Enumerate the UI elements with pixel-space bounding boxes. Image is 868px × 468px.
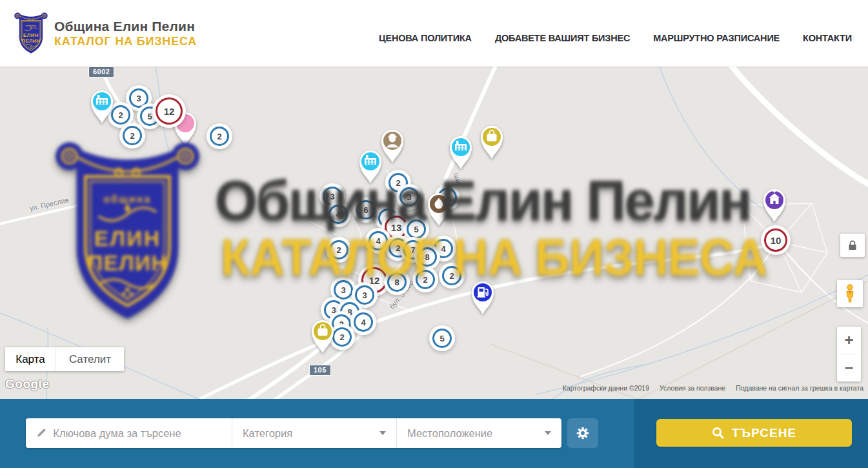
search-icon	[712, 427, 724, 439]
header: Община Елин Пелин КАТАЛОГ НА БИЗНЕСА ЦЕН…	[0, 0, 868, 66]
logo-text: Община Елин Пелин КАТАЛОГ НА БИЗНЕСА	[54, 19, 197, 48]
google-logo[interactable]: Google	[5, 377, 49, 391]
site-subtitle: КАТАЛОГ НА БИЗНЕСА	[54, 35, 197, 48]
cluster-marker[interactable]: 3	[323, 187, 342, 206]
map-attribution: Картографски данни ©2019 Условия за полз…	[563, 384, 863, 392]
category-pin-flame[interactable]	[425, 190, 453, 227]
zoom-out-button[interactable]: −	[837, 354, 861, 382]
category-pin-bag[interactable]	[308, 317, 337, 354]
cluster-marker[interactable]: 8	[418, 247, 437, 267]
cluster-marker[interactable]: 5	[407, 219, 426, 239]
chevron-down-icon	[545, 431, 551, 435]
zoom-in-button[interactable]: +	[837, 327, 861, 354]
category-dropdown[interactable]: Категория	[232, 418, 397, 448]
map-data-copyright: Картографски данни ©2019	[563, 384, 649, 392]
category-pin-factory[interactable]	[88, 87, 116, 125]
cluster-marker[interactable]: 2	[210, 127, 229, 146]
pencil-icon	[36, 427, 46, 439]
lock-icon	[848, 240, 857, 250]
streetview-lock-button[interactable]	[840, 234, 865, 257]
cluster-marker[interactable]: 3	[399, 187, 419, 207]
terms-link[interactable]: Условия за ползване	[660, 384, 725, 392]
pegman-button[interactable]	[837, 280, 863, 307]
keyword-input[interactable]	[53, 427, 221, 440]
cluster-marker[interactable]: 3	[355, 285, 374, 305]
cluster-marker[interactable]: 2	[442, 266, 461, 285]
cluster-marker[interactable]: 2	[329, 240, 348, 259]
category-pin-church[interactable]	[760, 186, 789, 223]
gear-icon	[576, 426, 590, 440]
road-number-badge: 105	[309, 365, 331, 376]
location-dropdown[interactable]: Местоположение	[397, 418, 561, 448]
cluster-marker[interactable]: 3	[334, 280, 353, 300]
pegman-icon	[842, 284, 858, 303]
nav-add-business[interactable]: ДОБАВЕТЕ ВАШИЯТ БИЗНЕС	[495, 33, 630, 43]
map-type-map-button[interactable]: Карта	[5, 347, 56, 371]
map-type-satellite-button[interactable]: Сателит	[56, 347, 124, 371]
map-type-switch: Карта Сателит	[5, 347, 124, 371]
cluster-marker[interactable]: 3	[129, 88, 148, 108]
keyword-field[interactable]	[26, 418, 232, 448]
search-bar: Категория Местоположение	[0, 399, 868, 468]
search-button-label: ТЪРСЕНЕ	[732, 426, 796, 440]
search-button[interactable]: ТЪРСЕНЕ	[656, 419, 852, 447]
cluster-marker[interactable]: 6	[356, 200, 376, 219]
cluster-marker[interactable]: 8	[387, 272, 407, 292]
category-pin-factory[interactable]	[356, 147, 385, 185]
zoom-control: + −	[837, 327, 861, 382]
category-pin-factory[interactable]	[447, 133, 475, 170]
category-dropdown-label: Категория	[243, 427, 292, 440]
nav-route-schedule[interactable]: МАРШРУТНО РАЗПИСАНИЕ	[653, 33, 780, 43]
cluster-marker[interactable]: 5	[432, 329, 452, 348]
cluster-marker[interactable]: 4	[328, 205, 348, 224]
road-number-badge: 6002	[88, 66, 114, 77]
cluster-marker[interactable]: 4	[354, 312, 373, 332]
advanced-settings-button[interactable]	[567, 418, 598, 448]
municipality-crest-icon	[14, 8, 48, 59]
site-logo[interactable]: Община Елин Пелин КАТАЛОГ НА БИЗНЕСА	[14, 8, 197, 59]
nav-contacts[interactable]: КОНТАКТИ	[803, 33, 852, 43]
page: Община Елин Пелин КАТАЛОГ НА БИЗНЕСА ЦЕН…	[0, 0, 868, 468]
google-map[interactable]: ул. Преславбул. „Новоселции 6002105	[0, 66, 868, 399]
filter-bar: Категория Местоположение	[26, 418, 561, 448]
site-title: Община Елин Пелин	[54, 19, 197, 34]
cluster-marker[interactable]: 2	[416, 270, 435, 289]
category-pin-fuel[interactable]	[469, 278, 497, 316]
cluster-marker[interactable]: 12	[156, 97, 183, 125]
nav-pricing-policy[interactable]: ЦЕНОВА ПОЛИТИКА	[379, 33, 472, 43]
cluster-marker[interactable]: 4	[368, 231, 388, 250]
cluster-marker[interactable]: 10	[764, 229, 787, 252]
location-dropdown-label: Местоположение	[407, 427, 492, 440]
cluster-marker[interactable]: 2	[123, 126, 142, 145]
category-pin-bag[interactable]	[478, 123, 506, 160]
main-nav: ЦЕНОВА ПОЛИТИКА ДОБАВЕТЕ ВАШИЯТ БИЗНЕС М…	[356, 24, 852, 43]
report-error-link[interactable]: Подаване на сигнал за грешка в картата	[736, 384, 863, 392]
chevron-down-icon	[379, 431, 386, 435]
cluster-marker[interactable]: 13	[385, 216, 408, 239]
